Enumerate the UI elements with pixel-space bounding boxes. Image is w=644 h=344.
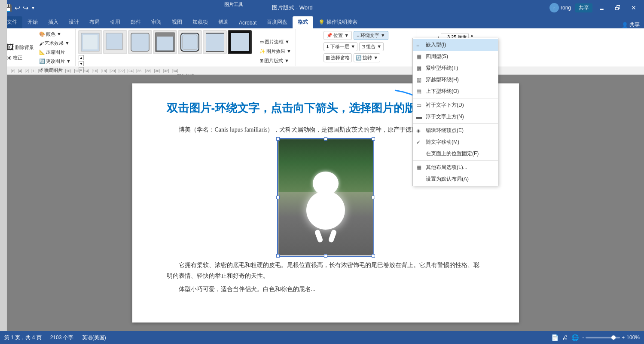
status-bar: 第 1 页，共 4 页 2103 个字 英语(美国) 📄 🖨 🌐 - + 100…: [0, 331, 644, 344]
topbottom-icon: ▤: [416, 88, 421, 95]
zoom-out-btn[interactable]: -: [582, 335, 584, 341]
menu-item-square[interactable]: ▦ 四周型(S): [413, 51, 498, 62]
front-icon: ▬: [416, 114, 422, 120]
more-layout-icon: ▦: [416, 164, 421, 171]
position-btn[interactable]: 📌位置 ▼: [324, 31, 352, 40]
pic-style-5[interactable]: [178, 30, 202, 54]
dog-photo[interactable]: [278, 139, 373, 255]
language: 英语(美国): [82, 334, 106, 341]
word-count: 2103 个字: [50, 334, 73, 341]
ribbon-group-picture-styles: ▲ ▼ ≡ ▭图片边框 ▼ ✨图片效果 ▼ ⊞图片版式 ▼ 图片样式: [76, 29, 296, 66]
paragraph-2: 它拥有柔软、浓密的底毛和粗硬的皮毛。尾根位置很高，长有浓密饰毛的尾巴卷放在背上。…: [167, 260, 485, 281]
title-bar-left: 💾 ↩ ↪ ▼: [3, 4, 35, 12]
statusbar-left: 第 1 页，共 4 页 2103 个字 英语(美国): [4, 334, 106, 341]
tab-home[interactable]: 开始: [22, 16, 43, 28]
menu-item-more-layout[interactable]: ▦ 其他布局选项(L)...: [413, 162, 498, 173]
tab-view[interactable]: 视图: [167, 16, 187, 28]
view-print-icon[interactable]: 🖨: [562, 334, 568, 341]
share-button[interactable]: 共享: [575, 3, 592, 12]
menu-item-front[interactable]: ▬ 浮于文字上方(N): [413, 111, 498, 123]
picture-border-btn[interactable]: ▭图片边框 ▼: [258, 38, 293, 46]
tab-addins[interactable]: 加载项: [187, 16, 213, 28]
menu-item-tight[interactable]: ▩ 紧密型环绕(T): [413, 62, 498, 74]
undo-icon[interactable]: ↩: [15, 4, 20, 12]
page-info: 第 1 页，共 4 页: [4, 334, 42, 341]
picture-layout-btn[interactable]: ⊞图片版式 ▼: [258, 57, 293, 65]
picture-effects-btn[interactable]: ✨图片效果 ▼: [258, 47, 293, 55]
pic-style-3[interactable]: [128, 30, 152, 54]
tab-format[interactable]: 格式: [293, 16, 313, 28]
tab-mailings[interactable]: 邮件: [125, 16, 146, 28]
redo-icon[interactable]: ↪: [23, 4, 28, 12]
ribbon-tabs: 文件 开始 插入 设计 布局 引用 邮件 审阅 视图 加载项 帮助 Acroba…: [0, 15, 644, 28]
rotate-btn[interactable]: 🔃旋转 ▼: [354, 53, 380, 62]
pic-style-1[interactable]: [78, 30, 102, 54]
set-default-label: 设置为默认布局(A): [426, 175, 469, 183]
tab-help[interactable]: 帮助: [213, 16, 234, 28]
svg-rect-3: [106, 33, 122, 49]
ribbon-group-adjust-content: 🖼 删除背景 ☀ 校正 🎨颜色 ▼ 🖌艺术效果 ▼ 📐压缩图片: [4, 30, 73, 74]
menu-item-move-with-text[interactable]: ✓ 随文字移动(M): [413, 136, 498, 148]
document-area: 双击图片-环绕文字，点击向下箭头，选择图片的版式 博美（学名：Canis lup…: [0, 75, 644, 331]
group-btn[interactable]: ⊡组合 ▼: [359, 42, 384, 51]
picture-tools-label: 图片工具: [220, 0, 247, 9]
tab-references[interactable]: 引用: [105, 16, 125, 28]
title-bar: 💾 ↩ ↪ ▼ 图片工具 图片版式 - Word r rong 共享 🗕 🗗 ✕: [0, 0, 644, 15]
view-web-icon[interactable]: 🌐: [571, 334, 579, 341]
topbottom-label: 上下型环绕(O): [426, 88, 459, 95]
paragraph-3: 体型小巧可爱，适合当伴侣犬。白色和棕色的屁名...: [167, 284, 485, 295]
pic-style-7[interactable]: [228, 30, 252, 54]
svg-rect-1: [83, 35, 98, 49]
tab-review[interactable]: 审阅: [146, 16, 167, 28]
customize-icon[interactable]: ▼: [31, 6, 35, 10]
ribbon-group-adjust: 🖼 删除背景 ☀ 校正 🎨颜色 ▼ 🖌艺术效果 ▼ 📐压缩图片: [2, 29, 76, 66]
zoom-slider[interactable]: [586, 337, 620, 338]
tab-design[interactable]: 设计: [64, 16, 84, 28]
restore-button[interactable]: 🗗: [610, 3, 625, 13]
compress-btn[interactable]: 📐压缩图片: [37, 48, 73, 56]
change-image-btn[interactable]: 🔄更改图片 ▼: [37, 57, 73, 65]
pic-style-4[interactable]: [153, 30, 177, 54]
color-btn[interactable]: 🎨颜色 ▼: [37, 30, 73, 38]
tab-insert[interactable]: 插入: [43, 16, 64, 28]
menu-item-fix-position[interactable]: 在页面上的位置固定(F): [413, 148, 498, 160]
menu-item-edit-points[interactable]: ◈ 编辑环绕顶点(E): [413, 125, 498, 136]
ribbon: 🖼 删除背景 ☀ 校正 🎨颜色 ▼ 🖌艺术效果 ▼ 📐压缩图片: [0, 28, 644, 67]
menu-item-behind[interactable]: ▭ 衬于文字下方(D): [413, 99, 498, 111]
tab-layout[interactable]: 布局: [84, 16, 105, 28]
tab-baidu[interactable]: 百度网盘: [262, 16, 293, 28]
remove-background-btn[interactable]: 🖼 删除背景: [4, 42, 36, 52]
pic-style-2[interactable]: [103, 30, 127, 54]
wrap-text-btn[interactable]: ≡环绕文字 ▼: [354, 31, 388, 40]
edit-points-label: 编辑环绕顶点(E): [426, 127, 464, 134]
ribbon-group-arrange: 📌位置 ▼ ≡环绕文字 ▼ ⬇下移一层 ▼ ⊡组合 ▼: [296, 29, 416, 66]
menu-separator-3: [413, 160, 498, 161]
close-button[interactable]: ✕: [627, 3, 641, 13]
menu-item-through[interactable]: ▧ 穿越型环绕(H): [413, 74, 498, 86]
tab-acrobat[interactable]: Acrobat: [234, 18, 262, 28]
correction-btn[interactable]: ☀ 校正: [4, 53, 36, 62]
selection-pane-btn[interactable]: ▦选择窗格: [324, 53, 352, 62]
ruler: |6| |4| |2| |1| |2| |4| |6| |8| |10| |12…: [0, 67, 644, 75]
menu-item-set-default[interactable]: 设置为默认布局(A): [413, 173, 498, 185]
pic-style-6[interactable]: [203, 30, 227, 54]
square-icon: ▦: [416, 53, 421, 60]
menu-item-topbottom[interactable]: ▤ 上下型环绕(O): [413, 86, 498, 97]
menu-item-inline[interactable]: ≡ 嵌入型(I): [413, 39, 498, 51]
art-effects-btn[interactable]: 🖌艺术效果 ▼: [37, 39, 73, 47]
user-area: r rong: [549, 3, 571, 12]
menu-separator-1: [413, 98, 498, 98]
zoom-in-btn[interactable]: +: [622, 335, 625, 341]
tab-search[interactable]: 💡 操作说明搜索: [313, 16, 363, 28]
share-tab-button[interactable]: 👤 共享: [617, 21, 644, 28]
svg-rect-6: [156, 33, 174, 37]
statusbar-right: 📄 🖨 🌐 - + 100%: [551, 334, 640, 341]
svg-rect-12: [230, 32, 250, 52]
tight-label: 紧密型环绕(T): [426, 64, 458, 72]
move-back-btn[interactable]: ⬇下移一层 ▼: [324, 42, 357, 51]
front-label: 浮于文字上方(N): [426, 113, 464, 120]
view-read-icon[interactable]: 📄: [551, 334, 559, 341]
through-label: 穿越型环绕(H): [426, 76, 459, 83]
minimize-button[interactable]: 🗕: [594, 3, 609, 13]
svg-rect-9: [206, 33, 224, 51]
